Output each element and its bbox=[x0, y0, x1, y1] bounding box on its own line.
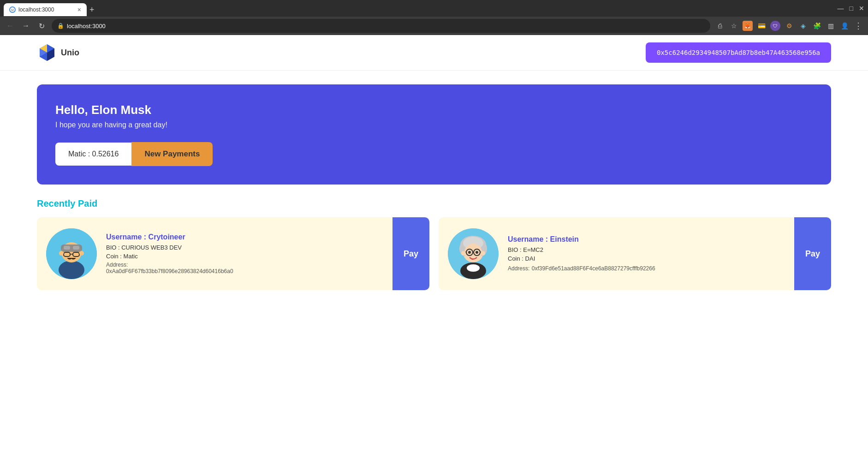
pay-button-0[interactable]: Pay bbox=[392, 217, 429, 290]
svg-point-36 bbox=[461, 251, 466, 256]
app-header: Unio 0x5c6246d2934948507bAd87b8eb47A4635… bbox=[0, 35, 868, 71]
avatar-0 bbox=[46, 228, 97, 279]
card-content-0: Username : Crytoineer BIO : CURIOUS WEB3… bbox=[37, 217, 392, 290]
tab-favicon: U bbox=[9, 6, 16, 13]
svg-point-34 bbox=[468, 251, 471, 254]
new-payments-button[interactable]: New Payments bbox=[131, 142, 213, 166]
avatar-1 bbox=[448, 228, 499, 279]
sidebar-button[interactable]: ▥ bbox=[826, 21, 836, 31]
tab-title: localhost:3000 bbox=[18, 6, 73, 13]
browser-toolbar: ← → ↻ 🔒 localhost:3000 ⎙ ☆ 🦊 💳 🛡 ⚙ ◈ 🧩 ▥… bbox=[0, 17, 868, 35]
recently-paid-section: Recently Paid bbox=[37, 198, 831, 290]
bookmark-icon[interactable]: ☆ bbox=[729, 21, 739, 31]
payment-cards-container: Username : Crytoineer BIO : CURIOUS WEB3… bbox=[37, 217, 831, 290]
browser-tab[interactable]: U localhost:3000 × bbox=[4, 3, 87, 16]
logo-text: Unio bbox=[61, 48, 79, 58]
card-address-label-1: Address: bbox=[508, 265, 529, 272]
address-bar[interactable]: 🔒 localhost:3000 bbox=[52, 19, 710, 33]
wallet-icon[interactable]: 💳 bbox=[756, 21, 767, 31]
forward-button[interactable]: → bbox=[20, 20, 31, 31]
close-window-button[interactable]: ✕ bbox=[859, 5, 864, 12]
app-main: Hello, Elon Musk I hope you are having a… bbox=[0, 71, 868, 304]
window-controls: — □ ✕ bbox=[838, 5, 864, 15]
logo-container: Unio bbox=[37, 42, 79, 63]
card-address-0: 0xAa0dF6F67fb33bb7f8096e28963824d60416b6… bbox=[106, 268, 383, 274]
menu-button[interactable]: ⋮ bbox=[853, 21, 863, 31]
extension-icon-2[interactable]: ⚙ bbox=[784, 21, 794, 31]
minimize-button[interactable]: — bbox=[838, 5, 844, 12]
toolbar-icons: ⎙ ☆ 🦊 💳 🛡 ⚙ ◈ 🧩 ▥ 👤 ⋮ bbox=[715, 21, 863, 31]
pay-button-1[interactable]: Pay bbox=[794, 217, 831, 290]
refresh-button[interactable]: ↻ bbox=[36, 20, 47, 31]
hero-banner: Hello, Elon Musk I hope you are having a… bbox=[37, 84, 831, 185]
card-coin-1: Coin : DAI bbox=[508, 255, 785, 262]
card-username-0: Username : Crytoineer bbox=[106, 233, 383, 241]
card-address-label-0: Address: bbox=[106, 262, 383, 268]
hero-subtext: I hope you are having a great day! bbox=[55, 121, 813, 129]
maximize-button[interactable]: □ bbox=[850, 5, 853, 12]
svg-point-37 bbox=[481, 251, 485, 256]
svg-point-22 bbox=[467, 264, 480, 272]
url-display: localhost:3000 bbox=[67, 23, 106, 30]
svg-point-35 bbox=[476, 251, 478, 254]
svg-rect-14 bbox=[73, 246, 79, 250]
section-title: Recently Paid bbox=[37, 198, 831, 209]
svg-point-18 bbox=[59, 251, 64, 256]
metamask-icon[interactable]: 🦊 bbox=[743, 21, 753, 31]
new-tab-button[interactable]: + bbox=[89, 5, 95, 15]
balance-display: Matic : 0.52616 bbox=[55, 143, 131, 166]
payment-card-1: Username : Einstein BIO : E=MC2 Coin : D… bbox=[439, 217, 831, 290]
svg-point-19 bbox=[79, 251, 84, 256]
browser-tab-bar: U localhost:3000 × + — □ ✕ bbox=[0, 0, 868, 17]
hero-actions: Matic : 0.52616 New Payments bbox=[55, 142, 813, 166]
wallet-address-button[interactable]: 0x5c6246d2934948507bAd87b8eb47A463568e95… bbox=[646, 42, 831, 63]
card-bio-0: BIO : CURIOUS WEB3 DEV bbox=[106, 244, 383, 251]
back-button[interactable]: ← bbox=[5, 20, 16, 31]
card-info-0: Username : Crytoineer BIO : CURIOUS WEB3… bbox=[106, 233, 383, 274]
svg-rect-13 bbox=[64, 246, 70, 250]
avatar-svg-1 bbox=[448, 228, 499, 279]
svg-text:U: U bbox=[11, 8, 13, 12]
logo-icon bbox=[37, 42, 57, 63]
extension-icon-1[interactable]: 🛡 bbox=[770, 21, 780, 31]
lock-icon: 🔒 bbox=[57, 23, 64, 29]
card-username-1: Username : Einstein bbox=[508, 235, 785, 244]
app-content: Unio 0x5c6246d2934948507bAd87b8eb47A4635… bbox=[0, 35, 868, 304]
profile-button[interactable]: 👤 bbox=[839, 21, 850, 31]
svg-point-10 bbox=[59, 261, 84, 279]
card-content-1: Username : Einstein BIO : E=MC2 Coin : D… bbox=[439, 217, 794, 290]
tab-close-icon[interactable]: × bbox=[77, 6, 81, 13]
card-coin-0: Coin : Matic bbox=[106, 253, 383, 260]
card-address-1: 0xf39Fd6e51aad88F6F4ce6aB8827279cfffb922… bbox=[532, 265, 655, 272]
share-icon[interactable]: ⎙ bbox=[715, 21, 725, 31]
card-bio-1: BIO : E=MC2 bbox=[508, 246, 785, 253]
card-info-1: Username : Einstein BIO : E=MC2 Coin : D… bbox=[508, 235, 785, 272]
extension-icon-3[interactable]: ◈ bbox=[798, 21, 808, 31]
hero-greeting: Hello, Elon Musk bbox=[55, 103, 813, 117]
browser-chrome: U localhost:3000 × + — □ ✕ ← → ↻ 🔒 local… bbox=[0, 0, 868, 35]
avatar-svg-0 bbox=[46, 228, 97, 279]
payment-card-0: Username : Crytoineer BIO : CURIOUS WEB3… bbox=[37, 217, 429, 290]
extensions-button[interactable]: 🧩 bbox=[812, 21, 822, 31]
